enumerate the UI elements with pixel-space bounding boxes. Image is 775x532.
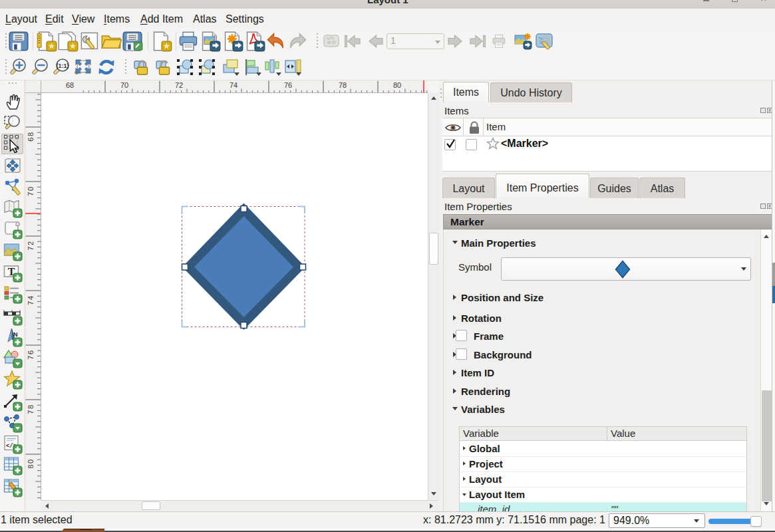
svg-text:N: N bbox=[13, 331, 18, 338]
svg-text:(1:1): (1:1) bbox=[56, 63, 69, 69]
